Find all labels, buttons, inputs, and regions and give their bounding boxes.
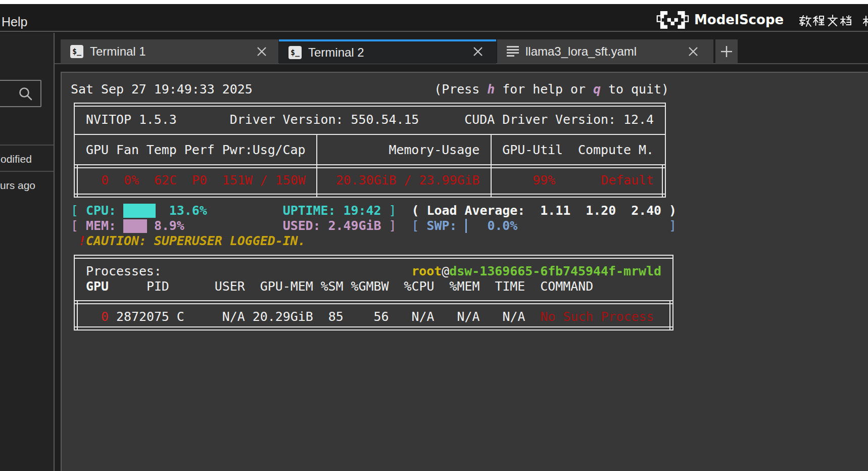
sidebar-divider <box>0 171 54 172</box>
close-tab-icon[interactable] <box>688 46 698 57</box>
tab-label: Terminal 1 <box>90 44 146 59</box>
search-icon <box>18 87 34 103</box>
menu-bar: Help ModelScope <box>0 4 868 32</box>
sidebar-divider <box>0 145 54 146</box>
cpu-usage-bar <box>123 204 156 218</box>
terminal-icon: $_ <box>288 46 302 59</box>
document-icon <box>507 46 519 57</box>
tab-label: Terminal 2 <box>308 45 364 60</box>
tab-terminal-1[interactable]: $_ Terminal 1 <box>61 39 278 64</box>
window-top-strip <box>0 0 868 4</box>
file-browser-sidebar: odified urs ago <box>0 33 55 471</box>
menu-item-help[interactable]: Help <box>2 15 27 29</box>
tab-label: llama3_lora_sft.yaml <box>525 44 637 59</box>
column-header-last-modified[interactable]: odified <box>1 153 32 165</box>
brand-name: ModelScope <box>694 12 784 27</box>
terminal-text: Sat Sep 27 19:49:33 2025 (Press h for he… <box>62 73 868 471</box>
terminal-icon: $_ <box>70 45 83 58</box>
tab-bar: $_ Terminal 1 $_ Terminal 2 llama3_lora_… <box>55 33 868 64</box>
mem-usage-bar <box>123 219 147 233</box>
modelscope-brand[interactable]: ModelScope <box>657 9 784 30</box>
modelscope-logo-icon <box>657 11 688 29</box>
nav-link-docs[interactable] <box>799 14 853 30</box>
nav-link-partial[interactable] <box>862 14 868 30</box>
tab-terminal-2[interactable]: $_ Terminal 2 <box>279 39 496 64</box>
terminal-output-panel[interactable]: Sat Sep 27 19:49:33 2025 (Press h for he… <box>61 72 868 471</box>
tab-llama3-lora-sft-yaml[interactable]: llama3_lora_sft.yaml <box>497 39 713 64</box>
close-tab-icon[interactable] <box>473 46 483 57</box>
file-row-modified-ago[interactable]: urs ago <box>0 179 35 192</box>
swp-usage-bar <box>465 219 467 233</box>
close-tab-icon[interactable] <box>257 46 267 57</box>
new-tab-button[interactable] <box>715 39 738 64</box>
workspace: odified urs ago $_ Terminal 1 $_ Termina… <box>0 33 868 471</box>
